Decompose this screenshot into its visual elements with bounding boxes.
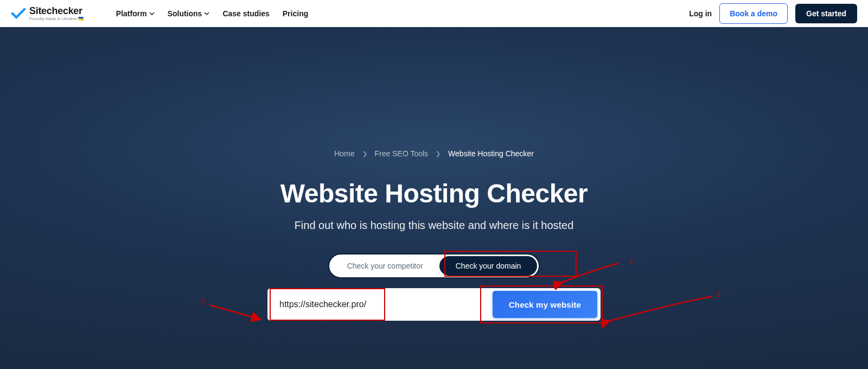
- arrow-icon: [553, 260, 624, 290]
- search-wrapper: Check my website: [267, 288, 601, 321]
- search-bar: Check my website: [267, 288, 601, 321]
- arrow-icon: [601, 293, 718, 328]
- nav-case-studies-label: Case studies: [222, 9, 269, 18]
- toggle-competitor[interactable]: Check your competitor: [331, 256, 439, 276]
- chevron-right-icon: ❯: [436, 150, 441, 157]
- breadcrumb-current: Website Hosting Checker: [448, 149, 534, 158]
- logo-name: Sitechecker: [29, 6, 84, 16]
- toggle-wrapper: Check your competitor Check your domain: [328, 253, 540, 278]
- header-left: Sitechecker Proudly made in Ukraine 🇺🇦 P…: [11, 6, 308, 21]
- logo[interactable]: Sitechecker Proudly made in Ukraine 🇺🇦: [11, 6, 84, 21]
- nav-platform-label: Platform: [116, 9, 147, 18]
- logo-tagline: Proudly made in Ukraine 🇺🇦: [29, 17, 84, 21]
- nav-pricing-label: Pricing: [283, 9, 308, 18]
- arrow-icon: [206, 302, 266, 326]
- annotation-3: 3: [601, 290, 720, 328]
- breadcrumb-tools[interactable]: Free SEO Tools: [375, 149, 429, 158]
- annotation-1: 1: [553, 257, 629, 289]
- header-right: Log in Book a demo Get started: [689, 3, 857, 24]
- toggle-domain[interactable]: Check your domain: [439, 256, 538, 276]
- url-input[interactable]: [267, 291, 493, 318]
- logo-text: Sitechecker Proudly made in Ukraine 🇺🇦: [29, 6, 84, 21]
- page-subtitle: Find out who is hosting this website and…: [295, 219, 574, 232]
- annotation-2: 2: [201, 297, 266, 325]
- check-icon: [11, 8, 26, 19]
- header: Sitechecker Proudly made in Ukraine 🇺🇦 P…: [0, 0, 868, 27]
- breadcrumb: Home ❯ Free SEO Tools ❯ Website Hosting …: [334, 149, 534, 158]
- annotation-3-label: 3: [716, 290, 720, 298]
- main-nav: Platform Solutions Case studies Pricing: [116, 9, 308, 18]
- nav-solutions[interactable]: Solutions: [168, 9, 210, 18]
- login-link[interactable]: Log in: [689, 9, 712, 18]
- check-website-button[interactable]: Check my website: [493, 291, 597, 318]
- mode-toggle: Check your competitor Check your domain: [328, 253, 540, 278]
- nav-pricing[interactable]: Pricing: [283, 9, 308, 18]
- hero-section: Home ❯ Free SEO Tools ❯ Website Hosting …: [0, 27, 868, 369]
- get-started-button[interactable]: Get started: [795, 4, 857, 23]
- breadcrumb-home[interactable]: Home: [334, 149, 354, 158]
- book-demo-button[interactable]: Book a demo: [719, 3, 788, 24]
- chevron-down-icon: [204, 11, 209, 16]
- chevron-right-icon: ❯: [362, 150, 367, 157]
- nav-platform[interactable]: Platform: [116, 9, 155, 18]
- annotation-2-label: 2: [201, 297, 205, 306]
- page-title: Website Hosting Checker: [280, 179, 588, 208]
- nav-case-studies[interactable]: Case studies: [222, 9, 269, 18]
- nav-solutions-label: Solutions: [168, 9, 202, 18]
- annotation-1-label: 1: [629, 257, 634, 265]
- chevron-down-icon: [149, 11, 155, 16]
